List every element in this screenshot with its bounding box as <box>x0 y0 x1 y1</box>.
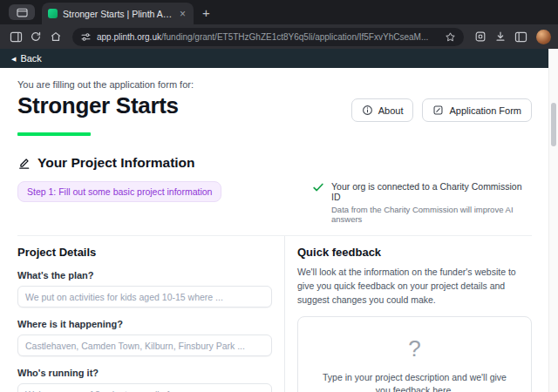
window-icon <box>17 8 28 17</box>
page-header: ◀ Back <box>0 49 558 68</box>
info-icon <box>362 105 373 116</box>
back-arrow-icon: ◀ <box>11 56 16 62</box>
charity-connection-status: Your org is connected to a Charity Commi… <box>312 181 532 224</box>
new-tab-button[interactable]: + <box>202 6 210 19</box>
browser-tab-strip: Stronger Starts | Plinth AI Gra × + <box>0 0 558 24</box>
field-label-location: Where is it happening? <box>17 319 272 329</box>
browser-tab[interactable]: Stronger Starts | Plinth AI Gra × <box>42 3 194 24</box>
url-path: /funding/grant/ET5THzGhZE1ct8Y6q5li/appl… <box>161 32 428 42</box>
url-domain: app.plinth.org.uk <box>97 32 161 42</box>
project-details-title: Project Details <box>17 246 272 259</box>
edit-pencil-icon <box>17 157 31 170</box>
intro-text: You are filling out the application form… <box>17 79 532 90</box>
form-columns: Project Details What's the plan? Where i… <box>17 235 532 392</box>
back-button[interactable]: ◀ Back <box>11 53 42 64</box>
application-form-label: Application Form <box>449 105 521 116</box>
side-panel-icon[interactable] <box>512 28 529 45</box>
title-accent-underline <box>17 132 91 136</box>
home-icon[interactable] <box>47 28 65 45</box>
page-scrollbar[interactable] <box>548 49 558 392</box>
about-button[interactable]: About <box>351 98 414 122</box>
team-input[interactable] <box>17 383 272 392</box>
extensions-icon[interactable] <box>472 28 489 45</box>
scrollbar-thumb[interactable] <box>551 103 556 146</box>
quick-feedback-description: We'll look at the information on the fun… <box>297 266 532 307</box>
url-text: app.plinth.org.uk/funding/grant/ET5THzGh… <box>97 32 439 42</box>
location-input[interactable] <box>17 335 272 356</box>
connection-subtitle: Data from the Charity Commission will im… <box>331 205 532 224</box>
site-settings-icon[interactable] <box>80 31 92 43</box>
page-body: You are filling out the application form… <box>0 68 558 392</box>
side-panel-toggle-icon[interactable] <box>7 28 24 45</box>
step-badge: Step 1: Fill out some basic project info… <box>17 181 221 202</box>
question-mark-icon: ? <box>408 337 420 360</box>
quick-feedback-title: Quick feedback <box>297 246 532 259</box>
browser-window: Stronger Starts | Plinth AI Gra × + app.… <box>0 0 558 392</box>
feedback-empty-text: Type in your project description and we'… <box>321 371 508 392</box>
field-label-plan: What's the plan? <box>17 270 272 280</box>
reload-icon[interactable] <box>27 28 44 45</box>
page-title: Stronger Starts <box>17 92 179 119</box>
form-icon <box>432 105 444 116</box>
field-label-team: Who's running it? <box>17 368 272 378</box>
browser-toolbar: app.plinth.org.uk/funding/grant/ET5THzGh… <box>0 24 558 49</box>
web-page: ◀ Back You are filling out the applicati… <box>0 49 558 392</box>
tab-close-icon[interactable]: × <box>178 8 187 20</box>
quick-feedback-column: Quick feedback We'll look at the informa… <box>284 236 532 392</box>
tab-title: Stronger Starts | Plinth AI Gra <box>63 9 173 19</box>
feedback-empty-state: ? Type in your project description and w… <box>297 316 532 392</box>
back-label: Back <box>20 53 41 64</box>
tab-search-button[interactable] <box>9 4 35 20</box>
project-details-column: Project Details What's the plan? Where i… <box>17 236 284 392</box>
application-form-button[interactable]: Application Form <box>422 98 532 122</box>
download-icon[interactable] <box>492 28 509 45</box>
plan-input[interactable] <box>17 286 272 308</box>
site-favicon <box>48 9 58 18</box>
bookmark-star-icon[interactable] <box>445 31 456 43</box>
connection-title: Your org is connected to a Charity Commi… <box>331 181 532 202</box>
profile-avatar[interactable] <box>536 30 551 44</box>
check-icon <box>312 181 324 224</box>
about-label: About <box>378 105 404 116</box>
section-title: Your Project Information <box>37 155 195 171</box>
address-bar[interactable]: app.plinth.org.uk/funding/grant/ET5THzGh… <box>72 28 464 46</box>
